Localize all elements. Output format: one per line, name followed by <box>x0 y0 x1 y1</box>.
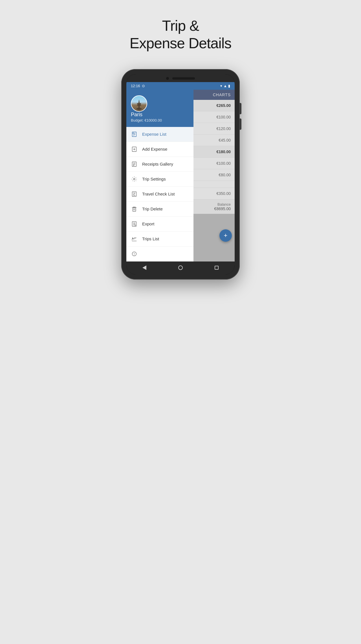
front-camera <box>166 77 169 80</box>
screen-content: Paris Budget: €10000.00 Expense List <box>126 90 235 261</box>
expense-list-icon <box>131 131 138 138</box>
speaker <box>172 77 195 80</box>
menu-item-extra[interactable] <box>126 247 193 261</box>
back-button[interactable] <box>141 264 148 271</box>
phone-notch <box>126 74 235 82</box>
menu-item-travel-check-list[interactable]: Travel Check List <box>126 187 193 202</box>
back-icon <box>142 265 146 270</box>
add-expense-label: Add Expense <box>142 147 167 151</box>
add-expense-icon <box>131 146 138 153</box>
svg-rect-1 <box>137 108 142 109</box>
trip-settings-label: Trip Settings <box>142 177 166 181</box>
home-icon <box>178 265 183 270</box>
travel-check-list-icon <box>131 191 138 197</box>
drawer-budget: Budget: €10000.00 <box>131 118 189 122</box>
app-bar: CHARTS <box>193 90 235 100</box>
svg-rect-18 <box>133 208 136 211</box>
expense-row-6: €100.00 <box>193 158 235 169</box>
svg-point-13 <box>133 165 134 166</box>
expense-row-5: €180.00 <box>193 146 235 158</box>
navigation-drawer: Paris Budget: €10000.00 Expense List <box>126 90 193 261</box>
menu-item-trips-list[interactable]: Trips List <box>126 232 193 247</box>
svg-rect-2 <box>138 105 140 105</box>
menu-item-expense-list[interactable]: Expense List <box>126 127 193 142</box>
receipts-gallery-label: Receipts Gallery <box>142 162 173 166</box>
menu-item-add-expense[interactable]: Add Expense <box>126 142 193 157</box>
menu-item-trip-delete[interactable]: Trip Delete <box>126 202 193 217</box>
receipts-gallery-icon <box>131 161 138 168</box>
svg-point-28 <box>134 255 135 255</box>
balance-amount: €8695.00 <box>197 206 231 211</box>
expense-list-label: Expense List <box>142 132 166 137</box>
status-right: ▾ ▲ ▮ <box>220 84 230 88</box>
status-left: 12:16 ⊙ <box>131 84 145 88</box>
battery-icon: ▮ <box>228 84 230 88</box>
location-icon: ⊙ <box>142 84 145 88</box>
app-bar-title: CHARTS <box>213 93 231 97</box>
expense-row-1: €265.00 <box>193 100 235 111</box>
phone-mockup: 12:16 ⊙ ▾ ▲ ▮ <box>121 69 240 280</box>
page-title: Trip & Expense Details <box>130 0 232 63</box>
expense-row-8 <box>193 181 235 188</box>
menu-item-export[interactable]: Export <box>126 217 193 232</box>
expense-row-7: €80.00 <box>193 169 235 181</box>
drawer-menu: Expense List Add Expense <box>126 127 193 261</box>
trips-list-label: Trips List <box>142 236 159 241</box>
expense-row-3: €120.00 <box>193 123 235 135</box>
trip-delete-icon <box>131 206 138 212</box>
drawer-header: Paris Budget: €10000.00 <box>126 90 193 127</box>
expense-row-4: €45.00 <box>193 135 235 146</box>
trip-settings-icon <box>131 176 138 183</box>
expense-list: €265.00 €100.00 €120.00 €45.00 <box>193 100 235 199</box>
fab-button[interactable]: + <box>219 229 232 242</box>
main-content: CHARTS €265.00 €100.00 €120.00 <box>193 90 235 261</box>
bottom-nav <box>126 261 235 274</box>
extra-icon <box>131 250 138 257</box>
svg-point-14 <box>133 178 135 180</box>
signal-icon: ▲ <box>223 84 227 88</box>
time-display: 12:16 <box>131 84 140 88</box>
trip-delete-label: Trip Delete <box>142 206 163 211</box>
avatar <box>131 95 147 112</box>
status-bar: 12:16 ⊙ ▾ ▲ ▮ <box>126 82 235 90</box>
balance-label: Balance <box>197 202 231 206</box>
menu-item-trip-settings[interactable]: Trip Settings <box>126 172 193 187</box>
drawer-city: Paris <box>131 112 189 118</box>
expense-row-9: €350.00 <box>193 188 235 199</box>
travel-check-list-label: Travel Check List <box>142 192 175 196</box>
home-button[interactable] <box>177 264 184 271</box>
balance-section: Balance €8695.00 <box>193 199 235 214</box>
trips-list-icon <box>131 236 138 242</box>
wifi-icon: ▾ <box>220 84 222 88</box>
export-icon <box>131 221 138 227</box>
recents-button[interactable] <box>213 264 220 271</box>
menu-item-receipts-gallery[interactable]: Receipts Gallery <box>126 157 193 172</box>
export-label: Export <box>142 221 154 226</box>
recents-icon <box>215 266 219 270</box>
expense-row-2: €100.00 <box>193 111 235 123</box>
